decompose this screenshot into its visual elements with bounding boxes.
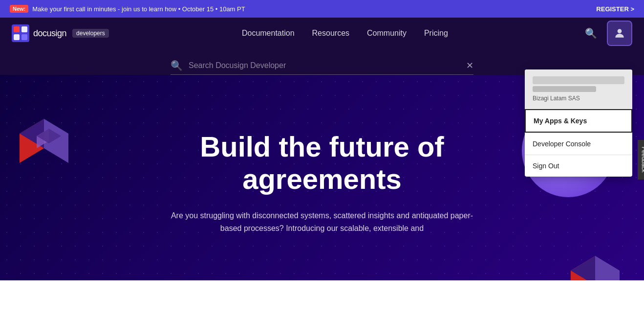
svg-rect-4 xyxy=(21,34,27,40)
nav-link-documentation[interactable]: Documentation xyxy=(242,29,295,38)
svg-point-5 xyxy=(618,29,622,33)
svg-marker-13 xyxy=(595,256,620,280)
logo-badge: developers xyxy=(72,29,109,38)
user-avatar-button[interactable] xyxy=(607,21,632,46)
nav-right: 🔍 Bizagi Latam SAS My Apps & Keys Develo… xyxy=(581,21,632,46)
feedback-tab[interactable]: Feedback xyxy=(638,140,644,180)
search-icon-sm: 🔍 xyxy=(171,60,183,71)
announcement-bar: New: Make your first call in minutes - j… xyxy=(0,0,644,18)
nav-link-community[interactable]: Community xyxy=(367,29,407,38)
svg-rect-3 xyxy=(21,26,27,32)
deco-cube-left xyxy=(10,99,78,168)
svg-rect-2 xyxy=(14,34,20,40)
docusign-logo-icon xyxy=(12,24,29,42)
dropdown-item-my-apps-keys[interactable]: My Apps & Keys xyxy=(525,109,632,133)
search-input[interactable] xyxy=(189,61,460,70)
user-dropdown: Bizagi Latam SAS My Apps & Keys Develope… xyxy=(525,69,632,177)
hero-title: Build the future of agreements xyxy=(151,131,493,196)
dropdown-email: Bizagi Latam SAS xyxy=(533,86,624,102)
search-clear-icon[interactable]: ✕ xyxy=(466,60,473,71)
deco-cube-right-bottom xyxy=(566,241,624,280)
search-icon[interactable]: 🔍 xyxy=(581,23,601,43)
hero-subtitle: Are you struggling with disconnected sys… xyxy=(171,209,473,234)
dropdown-username xyxy=(533,76,624,84)
nav-link-resources[interactable]: Resources xyxy=(312,29,349,38)
search-container: 🔍 ✕ xyxy=(171,57,473,75)
new-badge: New: xyxy=(10,5,28,13)
register-link[interactable]: REGISTER > xyxy=(596,5,634,13)
nav-links: Documentation Resources Community Pricin… xyxy=(242,29,448,38)
dropdown-org: Bizagi Latam SAS xyxy=(533,95,580,102)
nav-link-pricing[interactable]: Pricing xyxy=(424,29,448,38)
logo[interactable]: docusign developers xyxy=(12,24,109,42)
dropdown-item-sign-out[interactable]: Sign Out xyxy=(525,155,632,177)
user-icon xyxy=(613,27,626,40)
logo-text: docusign xyxy=(33,28,66,39)
dropdown-item-developer-console[interactable]: Developer Console xyxy=(525,133,632,155)
dropdown-header: Bizagi Latam SAS xyxy=(525,69,632,109)
navbar: docusign developers Documentation Resour… xyxy=(0,18,644,49)
svg-rect-1 xyxy=(14,26,20,32)
announcement-message: Make your first call in minutes - join u… xyxy=(32,5,245,13)
